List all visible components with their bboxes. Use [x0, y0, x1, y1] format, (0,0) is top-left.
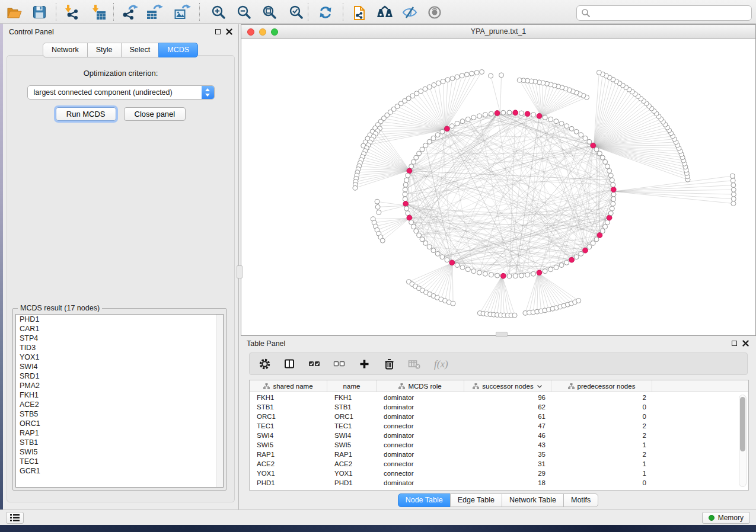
result-node-item[interactable]: FKH1 — [16, 390, 223, 400]
cell-predecessor-nodes[interactable]: 2 — [551, 394, 652, 401]
cell-predecessor-nodes[interactable]: 1 — [551, 460, 652, 467]
cell-shared-name[interactable]: STB1 — [250, 403, 327, 411]
cell-successor-nodes[interactable]: 62 — [464, 403, 551, 411]
table-settings-icon[interactable] — [258, 357, 271, 370]
open-file-icon[interactable] — [6, 4, 23, 20]
cell-MCDS-role[interactable]: dominator — [377, 479, 464, 486]
cell-shared-name[interactable]: SWI4 — [250, 432, 327, 439]
cell-name[interactable]: FKH1 — [327, 394, 377, 401]
cell-successor-nodes[interactable]: 61 — [464, 413, 551, 420]
refresh-icon[interactable] — [317, 4, 334, 20]
cell-MCDS-role[interactable]: dominator — [377, 413, 464, 420]
cell-shared-name[interactable]: PHD1 — [250, 479, 327, 486]
cell-MCDS-role[interactable]: dominator — [377, 432, 464, 439]
table-row[interactable]: YOX1YOX1connector291 — [250, 469, 748, 478]
zoom-out-icon[interactable] — [236, 4, 253, 20]
cell-shared-name[interactable]: TEC1 — [250, 422, 327, 430]
table-scrollbar-thumb[interactable] — [740, 397, 745, 451]
column-header-name[interactable]: name — [327, 380, 377, 392]
column-header-successor-nodes[interactable]: successor nodes — [464, 380, 551, 392]
cell-name[interactable]: SWI4 — [327, 432, 377, 439]
save-session-icon[interactable] — [31, 4, 47, 20]
cell-successor-nodes[interactable]: 29 — [464, 470, 551, 477]
cell-successor-nodes[interactable]: 46 — [464, 432, 551, 439]
search-input[interactable] — [591, 8, 751, 18]
memory-button[interactable]: Memory — [702, 512, 750, 524]
result-node-item[interactable]: PMA2 — [16, 381, 223, 390]
network-window-titlebar[interactable]: YPA_prune.txt_1 — [241, 25, 755, 39]
tab-node-table[interactable]: Node Table — [398, 493, 451, 507]
cell-MCDS-role[interactable]: connector — [377, 460, 464, 467]
cell-name[interactable]: RAP1 — [327, 451, 377, 458]
result-node-item[interactable]: SWI4 — [16, 362, 223, 371]
import-network-icon[interactable] — [63, 4, 79, 20]
cell-predecessor-nodes[interactable]: 0 — [551, 479, 652, 486]
mcds-result-list[interactable]: PHD1CAR1STP4TID3YOX1SWI4SRD1PMA2FKH1ACE2… — [15, 314, 224, 488]
zoom-fit-icon[interactable] — [261, 4, 278, 20]
table-scrollbar[interactable] — [739, 395, 747, 487]
cell-successor-nodes[interactable]: 96 — [464, 394, 551, 401]
table-row[interactable]: ACE2ACE2connector311 — [250, 459, 748, 469]
result-node-item[interactable]: GCR1 — [16, 466, 223, 476]
result-list-scrollbar[interactable] — [216, 315, 223, 487]
cell-successor-nodes[interactable]: 31 — [464, 460, 551, 467]
column-header-shared-name[interactable]: shared name — [250, 380, 327, 392]
result-node-item[interactable]: TEC1 — [16, 457, 223, 466]
zoom-in-icon[interactable] — [210, 4, 227, 20]
table-row[interactable]: STB1STB1dominator620 — [250, 402, 748, 412]
node-table[interactable]: shared namenameMCDS rolesuccessor nodesp… — [249, 380, 749, 491]
add-column-icon[interactable] — [358, 357, 371, 370]
result-node-item[interactable]: YOX1 — [16, 352, 223, 362]
table-row[interactable]: SWI4SWI4dominator462 — [250, 431, 748, 440]
tab-network-table[interactable]: Network Table — [502, 493, 564, 507]
delete-table-icon[interactable] — [407, 357, 420, 370]
float-table-panel-icon[interactable] — [732, 341, 737, 346]
cell-name[interactable]: SWI5 — [327, 441, 377, 448]
cell-name[interactable]: PHD1 — [327, 479, 377, 486]
run-mcds-button[interactable]: Run MCDS — [56, 107, 116, 121]
cell-predecessor-nodes[interactable]: 2 — [551, 451, 652, 458]
column-header-MCDS-role[interactable]: MCDS role — [377, 380, 464, 392]
network-canvas[interactable] — [241, 39, 755, 335]
close-table-panel-icon[interactable] — [742, 340, 749, 347]
cell-successor-nodes[interactable]: 43 — [464, 441, 551, 448]
tab-edge-table[interactable]: Edge Table — [450, 493, 502, 507]
cell-name[interactable]: TEC1 — [327, 422, 377, 430]
cell-MCDS-role[interactable]: dominator — [377, 451, 464, 458]
tab-select[interactable]: Select — [121, 43, 160, 57]
cell-name[interactable]: ORC1 — [327, 413, 377, 420]
result-node-item[interactable]: SWI5 — [16, 447, 223, 457]
tab-motifs[interactable]: Motifs — [563, 493, 598, 507]
import-table-icon[interactable] — [90, 4, 107, 20]
cell-predecessor-nodes[interactable]: 1 — [551, 470, 652, 477]
task-history-button[interactable] — [6, 512, 24, 524]
tab-mcds[interactable]: MCDS — [158, 43, 198, 57]
criterion-dropdown[interactable]: largest connected component (undirected) — [27, 85, 215, 100]
cell-MCDS-role[interactable]: connector — [377, 470, 464, 477]
cell-successor-nodes[interactable]: 35 — [464, 451, 551, 458]
cell-predecessor-nodes[interactable]: 0 — [551, 413, 652, 420]
table-row[interactable]: TEC1TEC1connector472 — [250, 421, 748, 431]
table-row[interactable]: SWI5SWI5connector431 — [250, 440, 748, 450]
export-network-icon[interactable] — [122, 4, 139, 20]
result-node-item[interactable]: ACE2 — [16, 400, 223, 409]
horizontal-splitter-handle[interactable] — [496, 332, 508, 337]
tab-network[interactable]: Network — [43, 43, 88, 57]
result-node-item[interactable]: STB1 — [16, 438, 223, 447]
export-image-icon[interactable] — [174, 4, 191, 20]
cell-shared-name[interactable]: YOX1 — [250, 470, 327, 477]
cell-MCDS-role[interactable]: dominator — [377, 394, 464, 401]
table-row[interactable]: PHD1PHD1dominator180 — [250, 478, 748, 488]
tab-style[interactable]: Style — [87, 43, 122, 57]
deselect-all-icon[interactable] — [333, 357, 346, 370]
close-panel-icon[interactable] — [226, 28, 232, 35]
result-node-item[interactable]: SRD1 — [16, 371, 223, 381]
float-panel-icon[interactable] — [215, 29, 221, 34]
result-node-item[interactable]: STP4 — [16, 334, 223, 343]
cell-MCDS-role[interactable]: connector — [377, 441, 464, 448]
select-all-icon[interactable] — [308, 357, 321, 370]
result-node-item[interactable]: CAR1 — [16, 324, 223, 334]
result-node-item[interactable]: TID3 — [16, 343, 223, 352]
cell-predecessor-nodes[interactable]: 1 — [551, 441, 652, 448]
show-columns-icon[interactable] — [283, 357, 296, 370]
